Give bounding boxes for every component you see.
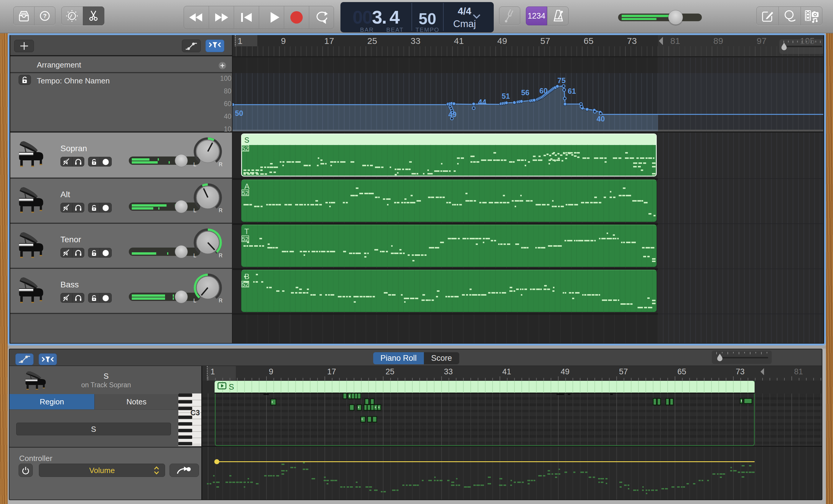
- svg-text:60: 60: [540, 87, 548, 95]
- svg-text:40: 40: [597, 115, 605, 123]
- svg-text:?: ?: [43, 13, 47, 19]
- svg-text:50: 50: [235, 109, 243, 117]
- svg-text:51: 51: [502, 92, 510, 100]
- svg-text:56: 56: [521, 89, 529, 97]
- svg-text:44: 44: [478, 98, 486, 106]
- svg-text:49: 49: [448, 110, 457, 119]
- svg-text:61: 61: [568, 87, 576, 95]
- svg-text:75: 75: [557, 76, 566, 85]
